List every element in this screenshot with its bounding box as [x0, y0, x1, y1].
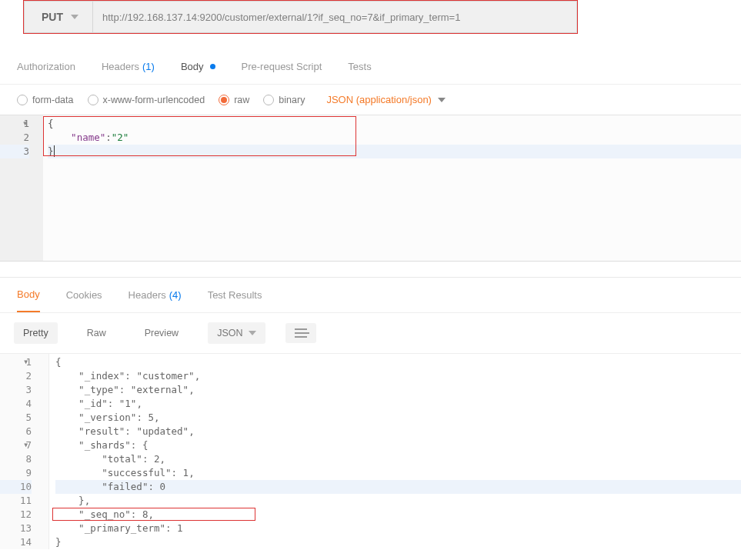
code-area[interactable]: { "name":"2" }: [43, 115, 741, 158]
gutter: 1▼ 2 3: [0, 115, 43, 261]
method-selector[interactable]: PUT: [25, 2, 92, 32]
tab-res-headers[interactable]: Headers (4): [129, 289, 182, 301]
response-body-editor[interactable]: 1▼ 2 3 4 5 6 7▼ 8 9 10 11 12 13 14 { "_i…: [0, 354, 741, 549]
request-body-editor[interactable]: 1▼ 2 3 { "name":"2" }: [0, 115, 741, 262]
radio-urlencoded[interactable]: x-www-form-urlencoded: [88, 95, 205, 105]
tab-res-tests[interactable]: Test Results: [208, 289, 262, 301]
tab-headers[interactable]: Headers (1): [102, 61, 155, 72]
chevron-down-icon: [438, 98, 446, 102]
tab-res-body[interactable]: Body: [17, 278, 40, 312]
radio-binary[interactable]: binary: [263, 95, 305, 105]
response-type-dropdown[interactable]: JSON: [208, 322, 265, 344]
chevron-down-icon: [249, 331, 256, 335]
view-pretty[interactable]: Pretty: [14, 322, 58, 344]
res-headers-count: (4): [169, 289, 182, 301]
response-toolbar: Pretty Raw Preview JSON: [0, 313, 741, 354]
response-area: Body Cookies Headers (4) Test Results Pr…: [0, 277, 741, 549]
view-preview[interactable]: Preview: [135, 322, 188, 344]
gutter: 1▼ 2 3 4 5 6 7▼ 8 9 10 11 12 13 14: [0, 354, 49, 549]
radio-icon: [219, 95, 229, 105]
response-tabs: Body Cookies Headers (4) Test Results: [0, 278, 741, 313]
body-type-selector: form-data x-www-form-urlencoded raw bina…: [0, 85, 741, 115]
radio-raw[interactable]: raw: [219, 95, 249, 105]
tab-authorization[interactable]: Authorization: [17, 61, 75, 72]
chevron-down-icon: [71, 15, 78, 19]
url-input[interactable]: http://192.168.137.14:9200/customer/exte…: [92, 2, 576, 32]
radio-icon: [17, 95, 28, 105]
headers-count: (1): [142, 61, 155, 72]
view-raw[interactable]: Raw: [78, 322, 115, 344]
cursor: [54, 145, 61, 157]
code-area[interactable]: { "_index": "customer", "_type": "extern…: [49, 354, 741, 549]
request-tabs: Authorization Headers (1) Body Pre-reque…: [0, 49, 741, 85]
request-url-bar: PUT http://192.168.137.14:9200/customer/…: [24, 1, 577, 33]
radio-icon: [263, 95, 274, 105]
method-label: PUT: [42, 11, 63, 23]
content-type-dropdown[interactable]: JSON (application/json): [326, 94, 446, 105]
radio-icon: [88, 95, 98, 105]
fold-icon: ▼: [23, 117, 27, 131]
dot-indicator-icon: [210, 64, 215, 69]
tab-tests[interactable]: Tests: [348, 61, 371, 72]
tab-body[interactable]: Body: [181, 61, 215, 72]
wrap-icon: [295, 328, 307, 338]
radio-form-data[interactable]: form-data: [17, 95, 74, 105]
tab-res-cookies[interactable]: Cookies: [66, 289, 102, 301]
url-value: http://192.168.137.14:9200/customer/exte…: [102, 12, 460, 23]
tab-prerequest[interactable]: Pre-request Script: [242, 61, 322, 72]
fold-icon: ▼: [24, 438, 28, 452]
fold-icon: ▼: [24, 355, 28, 369]
wrap-lines-button[interactable]: [285, 323, 316, 343]
